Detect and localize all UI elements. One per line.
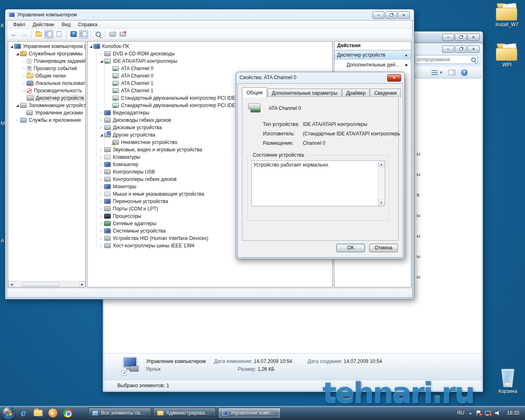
expander-icon[interactable]: ▷ — [21, 89, 27, 93]
expander-icon[interactable]: ▷ — [99, 237, 104, 240]
ok-button[interactable]: OK — [336, 244, 365, 252]
scroll-right-icon[interactable]: ▶ — [79, 281, 85, 288]
tree-item[interactable]: ◢ Служебные программы — [9, 50, 85, 57]
cancel-button[interactable]: Отмена — [369, 244, 398, 252]
desktop-icon-recycle-bin[interactable]: Корзина — [492, 368, 523, 394]
tree-item[interactable]: Управление дисками — [9, 109, 85, 116]
search-input[interactable]: истрирование — [415, 55, 478, 64]
expander-icon[interactable]: ◢ — [99, 59, 104, 63]
ata-channel-properties-dialog[interactable]: Свойства: ATA Channel 0 × Общие Дополнит… — [236, 72, 405, 259]
expander-icon[interactable]: ◢ — [15, 52, 20, 56]
forward-button[interactable]: → — [20, 30, 29, 39]
expander-icon[interactable]: ▷ — [99, 178, 104, 181]
restore-button[interactable] — [385, 11, 397, 19]
expander-icon[interactable]: ▷ — [99, 200, 104, 203]
properties-button[interactable] — [55, 30, 64, 39]
help-icon[interactable]: ? — [461, 69, 468, 76]
console-tree-pane[interactable]: ◢ Управление компьютером (л ◢ Служебные … — [8, 41, 86, 288]
actions-group-device-manager[interactable]: Диспетчер устройств ▲ — [334, 50, 411, 60]
expander-icon[interactable]: ▷ — [99, 192, 104, 196]
expander-icon[interactable]: ▷ — [99, 170, 104, 174]
expander-icon[interactable]: ▷ — [15, 119, 20, 122]
tab-general[interactable]: Общие — [242, 87, 267, 98]
restore-button[interactable] — [455, 34, 467, 41]
expander-icon[interactable]: ▷ — [21, 74, 27, 78]
update-driver-button[interactable] — [108, 30, 117, 39]
tree-item[interactable]: ▷ Планировщик заданий — [9, 57, 85, 65]
change-view-button[interactable]: ▼ — [431, 70, 443, 75]
expander-icon[interactable]: ▷ — [99, 185, 104, 189]
horizontal-scrollbar[interactable]: ◀ ▶ — [8, 281, 85, 287]
expander-icon[interactable]: ▷ — [99, 119, 104, 122]
expander-icon[interactable]: ▷ — [99, 207, 104, 211]
hidden-icons-arrow[interactable]: ▲ — [469, 411, 472, 415]
internet-explorer-button[interactable]: e — [17, 407, 30, 419]
volume-icon[interactable] — [495, 411, 500, 415]
media-player-button[interactable]: ▶ — [47, 407, 59, 419]
dialog-titlebar[interactable]: Свойства: ATA Channel 0 — [236, 72, 404, 83]
console-tree-toggle-button[interactable] — [44, 30, 53, 39]
menu-action[interactable]: Действие — [29, 21, 58, 28]
network-icon[interactable]: × — [485, 411, 491, 415]
titlebar[interactable]: Управление компьютером — [5, 9, 414, 20]
action-center-flag-icon[interactable]: × — [477, 411, 481, 415]
minimize-button[interactable]: – — [442, 46, 454, 53]
expander-icon[interactable]: ◢ — [9, 45, 14, 48]
scroll-left-icon[interactable]: ◀ — [8, 281, 14, 288]
chrome-button[interactable] — [62, 407, 74, 419]
expander-icon[interactable]: ◢ — [15, 104, 20, 107]
actions-item-more[interactable]: Дополнительные дей... ▶ — [334, 60, 411, 69]
expander-icon[interactable]: ▷ — [99, 155, 104, 159]
expander-icon[interactable]: ▷ — [99, 111, 104, 115]
windows-explorer-button[interactable] — [32, 407, 44, 419]
help-button[interactable]: ? — [69, 30, 78, 39]
task-control-panel[interactable]: Все элементы пане... — [89, 408, 151, 418]
scroll-up-icon[interactable]: ▲ — [379, 161, 384, 167]
expander-icon[interactable]: ▷ — [99, 244, 104, 248]
expander-icon[interactable]: ▷ — [21, 59, 27, 63]
task-computer-management[interactable]: Управление комп... — [218, 408, 281, 418]
close-button[interactable]: × — [468, 46, 479, 53]
tree-item[interactable]: ◢ Управление компьютером (л — [9, 43, 85, 50]
expander-icon[interactable]: ▷ — [21, 67, 27, 71]
start-button[interactable] — [2, 407, 15, 419]
expander-icon[interactable]: ▷ — [99, 126, 104, 130]
close-button[interactable]: × — [398, 11, 410, 19]
expander-icon[interactable]: ▷ — [99, 52, 104, 56]
expander-icon[interactable]: ◢ — [88, 45, 94, 48]
collapse-icon[interactable]: ▲ — [404, 53, 408, 57]
expander-icon[interactable]: ▷ — [99, 148, 104, 152]
device-status-textbox[interactable]: Устройство работает нормально. ▲ ▼ — [251, 160, 385, 206]
action-pane-toggle-button[interactable] — [79, 30, 88, 39]
menu-help[interactable]: Справка — [74, 21, 101, 28]
tab-advanced[interactable]: Дополнительные параметры — [267, 89, 341, 97]
tab-driver[interactable]: Драйвер — [342, 89, 370, 97]
uninstall-device-button[interactable] — [118, 30, 127, 39]
tree-item[interactable]: ▷ Просмотр событий — [9, 65, 85, 72]
minimize-button[interactable]: – — [442, 34, 454, 41]
menu-view[interactable]: Вид — [58, 21, 74, 28]
expander-icon[interactable]: ▷ — [99, 163, 104, 167]
tree-item[interactable]: ◢ IDE ATA/ATAPI контроллеры — [96, 57, 332, 65]
expander-icon[interactable]: ◢ — [99, 133, 104, 137]
tree-item[interactable]: ◢ Колобок-ПК — [88, 43, 332, 50]
expander-icon[interactable]: ▷ — [21, 82, 27, 85]
tree-item-selected[interactable]: Диспетчер устройств — [9, 94, 85, 102]
preview-pane-icon[interactable] — [449, 70, 455, 75]
search-icon[interactable] — [471, 57, 476, 62]
scroll-down-icon[interactable]: ▼ — [379, 200, 384, 205]
tree-item[interactable]: ▷ Службы и приложения — [9, 116, 85, 124]
tree-item[interactable]: ▷ Общие папки — [9, 72, 85, 80]
desktop-icon-install-w7[interactable]: Install_W7 — [491, 3, 523, 27]
scrollbar-thumb[interactable] — [22, 282, 59, 287]
up-level-button[interactable] — [34, 30, 43, 39]
expander-icon[interactable]: ▷ — [99, 229, 104, 233]
close-button[interactable]: × — [468, 34, 479, 41]
expander-icon[interactable]: ▷ — [99, 222, 104, 226]
task-administration[interactable]: Администрирование — [153, 408, 216, 418]
desktop-icon-wpi[interactable]: WPI — [491, 43, 523, 68]
minimize-button[interactable]: – — [372, 11, 384, 19]
tree-item[interactable]: ▷ Локальные пользовате — [9, 80, 85, 87]
language-indicator[interactable]: RU — [457, 410, 464, 416]
tab-details[interactable]: Сведения — [370, 89, 401, 97]
